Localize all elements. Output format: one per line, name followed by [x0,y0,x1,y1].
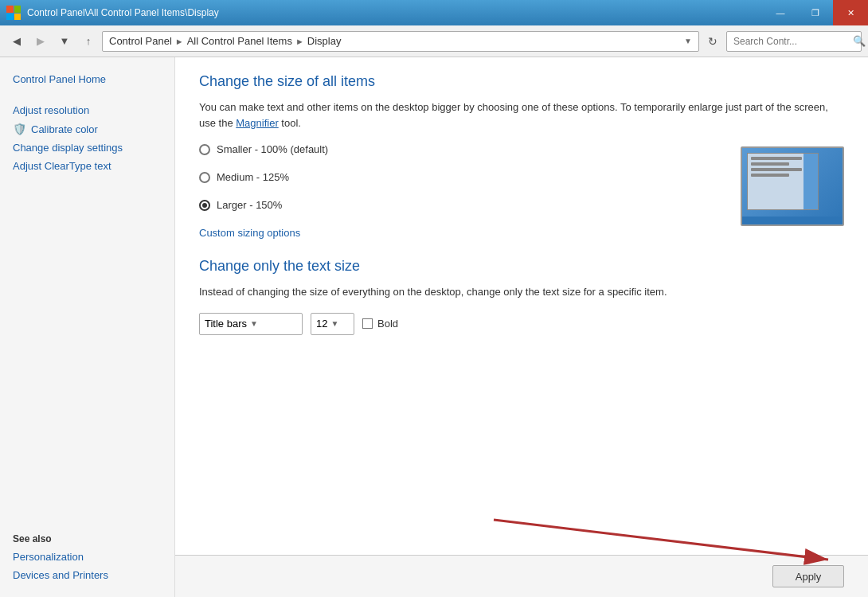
preview-taskbar [742,217,843,224]
dropdown-arrow-icon: ▼ [250,319,258,328]
radio-medium-label: Medium - 125% [217,171,289,183]
up-button[interactable]: ↑ [78,31,99,52]
preview-line-1 [751,157,802,160]
forward-button[interactable]: ▶ [30,31,51,52]
breadcrumb-display: Display [307,35,342,47]
address-field[interactable]: Control Panel ► All Control Panel Items … [102,31,699,52]
main-layout: Control Panel Home Adjust resolution 🛡️ … [0,57,868,597]
preview-sidebar-strip [803,154,818,209]
section2-title: Change only the text size [199,258,844,275]
apply-button[interactable]: Apply [772,565,844,587]
section1-title: Change the size of all items [199,73,844,90]
content-wrapper: ? Change the size of all items You can m… [175,57,868,597]
title-bar-buttons: — ❐ ✕ [763,0,868,25]
content-area: Change the size of all items You can mak… [175,57,868,555]
back-button[interactable]: ◀ [6,31,27,52]
sidebar-item-cleartype[interactable]: Adjust ClearType text [0,157,174,175]
preview-line-2 [751,162,789,166]
custom-sizing-link[interactable]: Custom sizing options [199,227,300,239]
breadcrumb-arrow-2: ► [295,37,304,46]
text-size-controls: Title bars ▼ 12 ▼ Bold [199,313,844,335]
options-area: Smaller - 100% (default) Medium - 125% L… [199,143,844,258]
sidebar-home[interactable]: Control Panel Home [0,70,174,88]
minimize-button[interactable]: — [763,0,798,25]
close-button[interactable]: ✕ [833,0,868,25]
sidebar-item-calibrate-color[interactable]: 🛡️ Calibrate color [0,119,174,139]
radio-options: Smaller - 100% (default) Medium - 125% L… [199,143,725,258]
maximize-button[interactable]: ❐ [798,0,833,25]
sidebar-spacer [0,88,174,101]
radio-larger-input[interactable] [199,200,210,211]
font-size-value: 12 [316,318,327,330]
radio-medium-input[interactable] [199,172,210,183]
sidebar-item-devices-printers[interactable]: Devices and Printers [0,566,174,584]
calibrate-color-label: Calibrate color [31,123,98,135]
preview-line-4 [751,174,789,177]
shield-icon: 🛡️ [13,123,26,135]
bold-checkbox-area[interactable]: Bold [362,318,398,330]
radio-larger[interactable]: Larger - 150% [199,199,725,211]
see-also-heading: See also [0,527,174,548]
sidebar-item-adjust-resolution[interactable]: Adjust resolution [0,101,174,119]
sidebar: Control Panel Home Adjust resolution 🛡️ … [0,57,175,597]
display-preview [741,146,844,226]
address-dropdown-arrow[interactable]: ▼ [684,37,692,45]
breadcrumb-arrow-1: ► [175,37,184,46]
sidebar-item-change-display[interactable]: Change display settings [0,139,174,157]
title-bar-left: Control Panel\All Control Panel Items\Di… [6,6,219,20]
dropdown-button[interactable]: ▼ [54,31,75,52]
breadcrumb-all-items: All Control Panel Items [187,35,292,47]
magnifier-link[interactable]: Magnifier [236,117,278,129]
bold-label: Bold [377,318,398,330]
bottom-bar: Apply [175,555,868,597]
sidebar-spacer-bottom [0,175,174,527]
search-box[interactable]: 🔍 [726,31,862,52]
breadcrumb-control-panel: Control Panel [109,35,172,47]
radio-smaller-input[interactable] [199,144,210,155]
title-bar-title: Control Panel\All Control Panel Items\Di… [27,7,219,18]
search-icon: 🔍 [853,35,866,47]
section2-desc: Instead of changing the size of everythi… [199,284,844,300]
radio-medium[interactable]: Medium - 125% [199,171,725,183]
font-size-dropdown[interactable]: 12 ▼ [311,313,354,335]
radio-smaller[interactable]: Smaller - 100% (default) [199,143,725,155]
search-input[interactable] [733,36,853,47]
windows-icon [6,6,21,20]
bold-checkbox[interactable] [362,318,373,329]
item-type-dropdown[interactable]: Title bars ▼ [199,313,303,335]
sidebar-item-personalization[interactable]: Personalization [0,548,174,566]
section1-desc: You can make text and other items on the… [199,100,844,131]
preview-line-3 [751,168,802,171]
refresh-button[interactable]: ↻ [702,31,723,52]
item-type-value: Title bars [205,318,247,330]
section1-desc-text2: tool. [279,117,301,129]
size-dropdown-arrow-icon: ▼ [330,319,338,328]
radio-smaller-label: Smaller - 100% (default) [217,143,328,155]
preview-inner [747,153,819,210]
radio-larger-label: Larger - 150% [217,199,282,211]
address-bar: ◀ ▶ ▼ ↑ Control Panel ► All Control Pane… [0,25,868,57]
title-bar: Control Panel\All Control Panel Items\Di… [0,0,868,25]
